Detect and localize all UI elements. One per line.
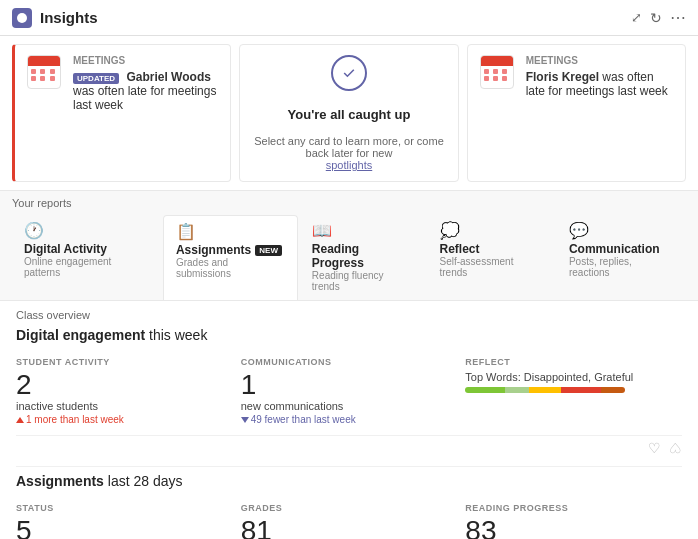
tab-communication[interactable]: 💬 Communication Posts, replies, reaction… [557,215,686,300]
status-metric: STATUS 5 missed submissions 4 more than … [16,497,233,539]
reflect-category: REFLECT [465,357,682,367]
communications-change: 49 fewer than last week [241,414,458,425]
page-title: Insights [40,9,98,26]
reports-section: Your reports 🕐 Digital Activity Online e… [0,191,698,301]
student-activity-change-text: 1 more than last week [26,414,124,425]
digital-engagement-metrics: STUDENT ACTIVITY 2 inactive students 1 m… [16,351,682,431]
caught-up-title: You're all caught up [288,107,411,122]
reading-progress-name: Reading Progress [312,242,414,270]
student-activity-change: 1 more than last week [16,414,233,425]
reading-progress-icon: 📖 [312,221,332,240]
insights-app-icon [12,8,32,28]
spotlight-card-3-content: Meetings Floris Kregel was often late fo… [526,55,673,98]
communications-value: 1 [241,371,458,399]
spotlights-grid: Meetings UPDATED Gabriel Woods was often… [12,44,686,182]
digital-engagement-title: Digital engagement this week [16,327,682,343]
calendar-icon-1 [27,55,63,91]
class-overview: Class overview Digital engagement this w… [0,301,698,539]
grades-category: GRADES [241,503,458,513]
spotlights-section: Meetings UPDATED Gabriel Woods was often… [0,36,698,191]
spotlight-card-3-text: Floris Kregel was often late for meeting… [526,70,673,98]
tab-digital-activity[interactable]: 🕐 Digital Activity Online engagement pat… [12,215,161,300]
communication-icon: 💬 [569,221,589,240]
reports-tabs: 🕐 Digital Activity Online engagement pat… [12,215,686,300]
reading-progress-category: READING PROGRESS [465,503,682,513]
assignments-name: Assignments NEW [176,243,282,257]
student-activity-category: STUDENT ACTIVITY [16,357,233,367]
assignments-block: Assignments last 28 days STATUS 5 missed… [16,473,682,539]
reflect-bar [465,387,625,393]
more-icon[interactable]: ⋯ [670,8,686,27]
svg-point-0 [17,13,27,23]
up-arrow-icon [16,417,24,423]
check-circle-icon [331,55,367,91]
header-left: Insights [12,8,98,28]
reports-section-label: Your reports [12,197,686,209]
calendar-icon-3 [480,55,516,91]
reflect-bar-seg-2 [505,387,529,393]
reading-progress-value: 83 [465,517,682,539]
header-actions: ⤢ ↻ ⋯ [631,8,686,27]
caught-up-subtitle: Select any card to learn more, or come b… [252,135,445,171]
expand-icon[interactable]: ⤢ [631,10,642,25]
reflect-sub: Self-assessment trends [440,256,543,278]
reflect-name: Reflect [440,242,480,256]
communications-desc: new communications [241,400,458,412]
digital-engagement-block: Digital engagement this week STUDENT ACT… [16,327,682,456]
assignments-title: Assignments last 28 days [16,473,682,489]
digital-engagement-footer: ♡ ♡ [16,435,682,456]
spotlight-card-1-text: UPDATED Gabriel Woods was often late for… [73,70,218,112]
reflect-bar-seg-1 [465,387,505,393]
status-category: STATUS [16,503,233,513]
reflect-icon: 💭 [440,221,460,240]
grades-metric: GRADES 81 average grade [241,497,458,539]
reflect-bar-seg-3 [529,387,561,393]
student-activity-desc: inactive students [16,400,233,412]
assignments-sub: Grades and submissions [176,257,285,279]
reflect-metric: REFLECT Top Words: Disappointed, Gratefu… [465,351,682,431]
status-value: 5 [16,517,233,539]
spotlights-link[interactable]: spotlights [326,159,372,171]
updated-badge: UPDATED [73,73,119,84]
student-activity-metric: STUDENT ACTIVITY 2 inactive students 1 m… [16,351,233,431]
spotlight-card-1-label: Meetings [73,55,218,66]
reflect-bar-seg-5 [601,387,625,393]
spotlight-card-3[interactable]: Meetings Floris Kregel was often late fo… [467,44,686,182]
spotlight-card-caught-up: You're all caught up Select any card to … [239,44,458,182]
digital-activity-icon: 🕐 [24,221,44,240]
spotlight-card-1-content: Meetings UPDATED Gabriel Woods was often… [73,55,218,112]
tab-reflect[interactable]: 💭 Reflect Self-assessment trends [428,215,555,300]
assignments-metrics: STATUS 5 missed submissions 4 more than … [16,497,682,539]
communications-category: COMMUNICATIONS [241,357,458,367]
spotlight-card-1[interactable]: Meetings UPDATED Gabriel Woods was often… [12,44,231,182]
tab-assignments[interactable]: 📋 Assignments NEW Grades and submissions [163,215,298,300]
refresh-icon[interactable]: ↻ [650,10,662,26]
communications-metric: COMMUNICATIONS 1 new communications 49 f… [241,351,458,431]
thumbup-icon[interactable]: ♡ [648,440,661,456]
new-badge: NEW [255,245,282,256]
communication-sub: Posts, replies, reactions [569,256,674,278]
assignments-icon: 📋 [176,222,196,241]
reading-progress-metric: READING PROGRESS 83 average accuracy rat… [465,497,682,539]
reflect-words: Top Words: Disappointed, Grateful [465,371,682,383]
grades-value: 81 [241,517,458,539]
class-overview-label: Class overview [16,309,682,321]
communication-name: Communication [569,242,660,256]
thumbdown-icon[interactable]: ♡ [669,440,682,456]
header: Insights ⤢ ↻ ⋯ [0,0,698,36]
tab-reading-progress[interactable]: 📖 Reading Progress Reading fluency trend… [300,215,426,300]
student-activity-value: 2 [16,371,233,399]
down-arrow-icon [241,417,249,423]
reflect-bar-seg-4 [561,387,601,393]
section-divider [16,466,682,467]
reading-progress-sub: Reading fluency trends [312,270,414,292]
communications-change-text: 49 fewer than last week [251,414,356,425]
spotlight-card-3-label: Meetings [526,55,673,66]
digital-activity-name: Digital Activity [24,242,107,256]
digital-activity-sub: Online engagement patterns [24,256,149,278]
